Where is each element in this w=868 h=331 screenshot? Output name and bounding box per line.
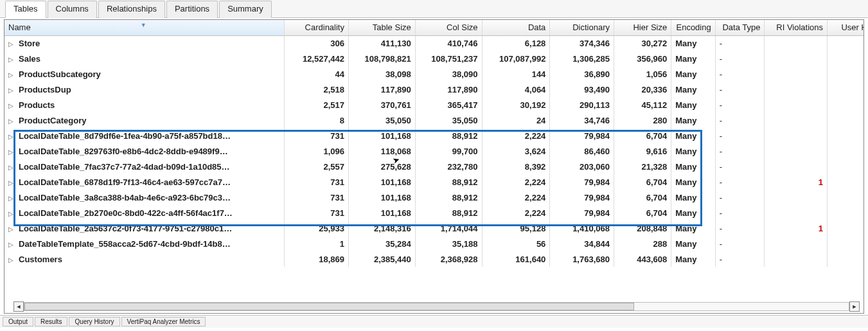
expand-icon[interactable]: ▷	[8, 133, 15, 140]
expand-icon[interactable]: ▷	[8, 210, 15, 217]
table-row[interactable]: ▷LocalDateTable_7fac37c7-77a2-4dad-b09d-…	[4, 159, 864, 174]
cell-data: 95,128	[482, 220, 550, 236]
top-tab-summary[interactable]: Summary	[219, 1, 272, 18]
table-row[interactable]: ▷ProductsDup2,518117,890117,8904,06493,4…	[4, 82, 864, 97]
column-header-name[interactable]: Name▼	[4, 20, 285, 35]
cell-dictionary: 79,984	[550, 128, 614, 143]
bottom-tab-output[interactable]: Output	[3, 317, 33, 327]
column-header-tableSize[interactable]: Table Size	[348, 20, 415, 35]
cell-name: ▷DateTableTemplate_558acca2-5d67-4cbd-9b…	[4, 236, 285, 251]
table-row[interactable]: ▷LocalDateTable_3a8ca388-b4ab-4e6c-a923-…	[4, 190, 864, 205]
column-header-ri[interactable]: RI Violations	[765, 20, 828, 35]
table-row[interactable]: ▷ProductSubcategory4438,09838,09014436,8…	[4, 66, 864, 82]
column-header-dictionary[interactable]: Dictionary	[550, 20, 614, 35]
cell-colSize: 88,912	[415, 174, 482, 190]
table-row[interactable]: ▷DateTableTemplate_558acca2-5d67-4cbd-9b…	[4, 236, 864, 251]
cell-encoding: Many	[671, 35, 715, 51]
scroll-thumb[interactable]	[24, 303, 634, 310]
expand-icon[interactable]: ▷	[8, 241, 15, 248]
expand-icon[interactable]: ▷	[8, 87, 15, 94]
cell-colSize: 88,912	[415, 190, 482, 205]
cell-ri	[765, 236, 828, 251]
expand-icon[interactable]: ▷	[8, 56, 15, 63]
tables-grid: Name▼CardinalityTable SizeCol SizeDataDi…	[4, 20, 864, 267]
cell-tableSize: 2,385,440	[348, 251, 415, 267]
cell-encoding: Many	[671, 51, 715, 66]
expand-icon[interactable]: ▷	[8, 164, 15, 171]
scroll-right-button[interactable]: ►	[849, 301, 860, 312]
table-row[interactable]: ▷LocalDateTable_6878d1f9-7f13-46c4-ae63-…	[4, 174, 864, 190]
cell-data: 8,392	[482, 159, 550, 174]
expand-icon[interactable]: ▷	[8, 148, 15, 156]
cell-cardinality: 25,933	[285, 220, 349, 236]
cell-cardinality: 2,518	[285, 82, 349, 97]
bottom-tab-results[interactable]: Results	[35, 317, 67, 327]
cell-dictionary: 36,890	[550, 66, 614, 82]
cell-cardinality: 731	[285, 174, 349, 190]
row-name: ProductCategory	[19, 116, 86, 125]
cell-ri	[765, 112, 828, 128]
cell-dataType: -	[715, 174, 765, 190]
cell-dictionary: 203,060	[550, 159, 614, 174]
expand-icon[interactable]: ▷	[8, 71, 15, 78]
grid-panel: Name▼CardinalityTable SizeCol SizeDataDi…	[4, 19, 864, 314]
column-header-userHie[interactable]: User Hie	[828, 20, 864, 35]
cell-dataType: -	[715, 236, 765, 251]
table-row[interactable]: ▷Products2,517370,761365,41730,192290,11…	[4, 97, 864, 112]
row-name: LocalDateTable_6878d1f9-7f13-46c4-ae63-5…	[19, 177, 231, 187]
cell-hierSize: 9,616	[614, 143, 671, 159]
expand-icon[interactable]: ▷	[8, 118, 15, 125]
expand-icon[interactable]: ▷	[8, 102, 15, 109]
cell-encoding: Many	[671, 143, 715, 159]
table-row[interactable]: ▷Store306411,130410,7466,128374,34630,27…	[4, 35, 864, 51]
cell-name: ▷Store	[4, 35, 285, 51]
cell-hierSize: 1,056	[614, 66, 671, 82]
cell-tableSize: 370,761	[348, 97, 415, 112]
cell-ri	[765, 159, 828, 174]
top-tab-relationships[interactable]: Relationships	[98, 1, 165, 18]
cell-hierSize: 6,704	[614, 205, 671, 220]
cell-userHie: -	[828, 112, 864, 128]
top-tab-tables[interactable]: Tables	[5, 1, 46, 18]
table-row[interactable]: ▷LocalDateTable_829763f0-e8b6-4dc2-8ddb-…	[4, 143, 864, 159]
cell-userHie: -	[828, 236, 864, 251]
cell-dataType: -	[715, 66, 765, 82]
scroll-left-button[interactable]: ◄	[13, 301, 24, 312]
table-row[interactable]: ▷Customers18,8692,385,4402,368,928161,64…	[4, 251, 864, 267]
cell-cardinality: 2,557	[285, 159, 349, 174]
expand-icon[interactable]: ▷	[8, 195, 15, 202]
expand-icon[interactable]: ▷	[8, 40, 15, 48]
cell-encoding: Many	[671, 159, 715, 174]
table-row[interactable]: ▷Sales12,527,442108,798,821108,751,23710…	[4, 51, 864, 66]
cell-tableSize: 38,098	[348, 66, 415, 82]
row-name: Sales	[19, 54, 40, 64]
table-row[interactable]: ▷ProductCategory835,05035,0502434,746280…	[4, 112, 864, 128]
bottom-tab-vertipaq-analyzer-metrics[interactable]: VertiPaq Analyzer Metrics	[121, 317, 206, 327]
column-header-dataType[interactable]: Data Type	[715, 20, 765, 35]
column-header-cardinality[interactable]: Cardinality	[285, 20, 349, 35]
cell-name: ▷LocalDateTable_7fac37c7-77a2-4dad-b09d-…	[4, 159, 285, 174]
row-name: LocalDateTable_829763f0-e8b6-4dc2-8ddb-e…	[19, 147, 228, 156]
top-tab-columns[interactable]: Columns	[48, 1, 97, 18]
column-header-colSize[interactable]: Col Size	[415, 20, 482, 35]
cell-encoding: Many	[671, 112, 715, 128]
cell-dataType: -	[715, 35, 765, 51]
table-row[interactable]: ▷LocalDateTable_8d79df6e-1fea-4b90-a75f-…	[4, 128, 864, 143]
table-row[interactable]: ▷LocalDateTable_2a5637c2-0f73-4177-9751-…	[4, 220, 864, 236]
cell-cardinality: 306	[285, 35, 349, 51]
horizontal-scrollbar[interactable]: ◄ ►	[13, 301, 860, 312]
scroll-track[interactable]	[24, 302, 849, 311]
top-tab-partitions[interactable]: Partitions	[166, 1, 218, 18]
bottom-tab-query-history[interactable]: Query History	[69, 317, 120, 327]
column-header-hierSize[interactable]: Hier Size	[614, 20, 671, 35]
table-row[interactable]: ▷LocalDateTable_2b270e0c-8bd0-422c-a4ff-…	[4, 205, 864, 220]
cell-dictionary: 34,746	[550, 112, 614, 128]
column-header-encoding[interactable]: Encoding	[671, 20, 715, 35]
expand-icon[interactable]: ▷	[8, 256, 15, 264]
expand-icon[interactable]: ▷	[8, 179, 15, 186]
cell-colSize: 365,417	[415, 97, 482, 112]
cell-ri: 1	[765, 220, 828, 236]
column-header-data[interactable]: Data	[482, 20, 550, 35]
cell-dataType: -	[715, 205, 765, 220]
expand-icon[interactable]: ▷	[8, 226, 15, 233]
